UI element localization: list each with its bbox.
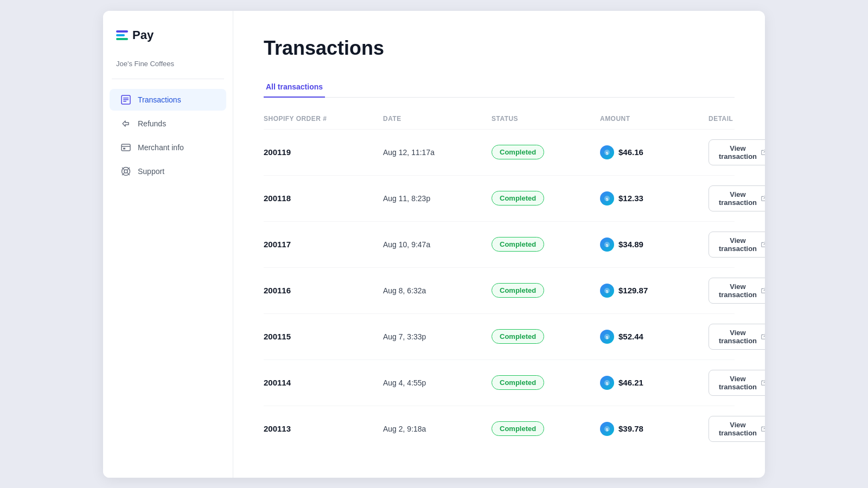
amount-value: $12.33	[618, 194, 643, 203]
logo-text: Pay	[132, 28, 154, 42]
external-link-icon	[761, 379, 765, 387]
coin-icon: $	[600, 284, 614, 298]
status-badge: Completed	[492, 191, 544, 206]
date-cell: Aug 4, 4:55p	[383, 378, 492, 387]
logo-bar-3	[116, 38, 128, 40]
status-cell: Completed	[492, 375, 600, 390]
logo-bar-1	[116, 30, 128, 33]
detail-cell: View transaction	[709, 370, 765, 396]
logo-icon	[116, 30, 128, 40]
view-transaction-label: View transaction	[718, 236, 758, 253]
detail-cell: View transaction	[709, 416, 765, 442]
table-row: 200119 Aug 12, 11:17a Completed $ $46.16…	[264, 129, 735, 175]
svg-text:$: $	[606, 288, 609, 293]
order-number: 200113	[264, 424, 383, 433]
status-badge: Completed	[492, 283, 544, 298]
view-transaction-label: View transaction	[718, 144, 758, 160]
date-cell: Aug 8, 6:32a	[383, 286, 492, 295]
coin-icon: $	[600, 145, 614, 159]
status-cell: Completed	[492, 145, 600, 159]
order-number: 200114	[264, 378, 383, 387]
amount-cell: $ $34.89	[600, 237, 709, 252]
detail-cell: View transaction	[709, 324, 765, 350]
svg-rect-2	[123, 99, 129, 100]
svg-text:$: $	[606, 196, 609, 201]
date-cell: Aug 12, 11:17a	[383, 148, 492, 157]
view-transaction-label: View transaction	[718, 282, 758, 299]
amount-value: $39.78	[618, 424, 643, 433]
external-link-icon	[761, 149, 765, 156]
svg-line-33	[764, 426, 765, 428]
view-transaction-button[interactable]: View transaction	[709, 416, 765, 442]
status-cell: Completed	[492, 191, 600, 206]
app-container: Pay Joe's Fine Coffees Transactions	[103, 11, 765, 478]
merchant-info-icon	[120, 142, 131, 153]
amount-cell: $ $52.44	[600, 330, 709, 344]
svg-point-8	[124, 170, 127, 173]
table-row: 200114 Aug 4, 4:55p Completed $ $46.21 V…	[264, 359, 735, 406]
sidebar-item-transactions-label: Transactions	[138, 95, 181, 104]
svg-line-24	[764, 288, 765, 290]
order-number: 200117	[264, 240, 383, 249]
view-transaction-label: View transaction	[718, 421, 758, 437]
tab-all-transactions[interactable]: All transactions	[264, 77, 325, 98]
date-cell: Aug 11, 8:23p	[383, 194, 492, 203]
view-transaction-button[interactable]: View transaction	[709, 139, 765, 165]
detail-cell: View transaction	[709, 278, 765, 304]
coin-icon: $	[600, 191, 614, 206]
view-transaction-button[interactable]: View transaction	[709, 232, 765, 258]
nav-divider	[112, 79, 224, 79]
sidebar-item-merchant-info[interactable]: Merchant info	[110, 137, 226, 158]
status-badge: Completed	[492, 375, 544, 390]
amount-value: $34.89	[618, 240, 643, 249]
transactions-table: Shopify order # Date Status Amount Detai…	[264, 111, 735, 452]
view-transaction-label: View transaction	[718, 329, 758, 345]
amount-cell: $ $129.87	[600, 284, 709, 298]
header-date: Date	[383, 115, 492, 123]
status-badge: Completed	[492, 329, 544, 344]
status-cell: Completed	[492, 421, 600, 436]
external-link-icon	[761, 425, 765, 433]
table-row: 200115 Aug 7, 3:33p Completed $ $52.44 V…	[264, 313, 735, 359]
status-cell: Completed	[492, 283, 600, 298]
amount-value: $46.16	[618, 147, 643, 157]
amount-cell: $ $39.78	[600, 422, 709, 436]
view-transaction-button[interactable]: View transaction	[709, 324, 765, 350]
logo-bar-2	[116, 34, 125, 36]
sidebar: Pay Joe's Fine Coffees Transactions	[103, 11, 233, 478]
tabs-bar: All transactions	[264, 77, 735, 98]
sidebar-item-support-label: Support	[138, 167, 164, 176]
external-link-icon	[761, 195, 765, 202]
svg-rect-1	[123, 98, 129, 99]
header-status: Status	[492, 115, 600, 123]
sidebar-item-refunds[interactable]: Refunds	[110, 113, 226, 134]
external-link-icon	[761, 241, 765, 248]
sidebar-item-transactions[interactable]: Transactions	[110, 89, 226, 111]
svg-line-21	[764, 242, 765, 244]
logo-area: Pay	[103, 28, 233, 60]
view-transaction-label: View transaction	[718, 375, 758, 391]
detail-cell: View transaction	[709, 232, 765, 258]
svg-text:$: $	[606, 335, 609, 339]
view-transaction-button[interactable]: View transaction	[709, 278, 765, 304]
svg-line-30	[764, 380, 765, 382]
svg-text:$: $	[606, 427, 609, 432]
view-transaction-label: View transaction	[718, 190, 758, 207]
table-row: 200116 Aug 8, 6:32a Completed $ $129.87 …	[264, 267, 735, 313]
sidebar-item-merchant-info-label: Merchant info	[138, 143, 184, 152]
header-order: Shopify order #	[264, 115, 383, 123]
status-badge: Completed	[492, 145, 544, 159]
svg-text:$: $	[606, 242, 609, 247]
amount-value: $46.21	[618, 378, 643, 387]
svg-text:$: $	[606, 150, 609, 155]
status-badge: Completed	[492, 421, 544, 436]
svg-line-15	[764, 150, 765, 152]
coin-icon: $	[600, 422, 614, 436]
svg-rect-3	[123, 101, 126, 102]
header-amount: Amount	[600, 115, 709, 123]
view-transaction-button[interactable]: View transaction	[709, 185, 765, 211]
sidebar-item-support[interactable]: Support	[110, 160, 226, 182]
support-icon	[120, 166, 131, 177]
date-cell: Aug 10, 9:47a	[383, 240, 492, 249]
view-transaction-button[interactable]: View transaction	[709, 370, 765, 396]
